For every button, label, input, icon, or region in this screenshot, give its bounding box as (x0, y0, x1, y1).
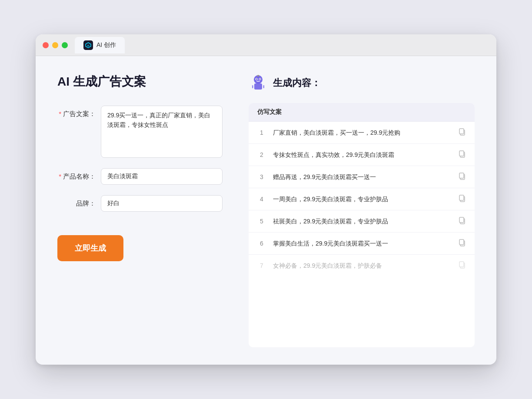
svg-rect-20 (459, 195, 464, 200)
table-row: 7女神必备，29.9元美白淡斑霜，护肤必备 (249, 255, 475, 276)
close-button[interactable] (43, 42, 49, 48)
table-body: 1厂家直销，美白淡斑霜，买一送一，29.9元抢购 2专抹女性斑点，真实功效，29… (249, 122, 475, 276)
svg-rect-12 (263, 85, 265, 88)
row-number: 2 (257, 151, 266, 158)
row-text: 一周美白，29.9元美白淡斑霜，专业护肤品 (273, 195, 451, 204)
brand-label: 品牌： (57, 195, 101, 208)
svg-rect-11 (252, 85, 253, 88)
required-star-1: * (59, 110, 61, 117)
product-name-label: *产品名称： (57, 168, 101, 181)
browser-titlebar: AI AI 创作 (36, 34, 496, 56)
browser-window: AI AI 创作 AI 生成广告文案 *广告文案： 29.9买一送一，真正的厂家… (36, 34, 496, 365)
brand-input[interactable]: 好白 (101, 195, 223, 212)
result-header: 生成内容： (249, 73, 475, 93)
table-row: 1厂家直销，美白淡斑霜，买一送一，29.9元抢购 (249, 122, 475, 144)
page-title: AI 生成广告文案 (57, 73, 223, 90)
browser-content: AI 生成广告文案 *广告文案： 29.9买一送一，真正的厂家直销，美白淡斑霜，… (36, 56, 496, 365)
table-header: 仿写文案 (249, 103, 475, 122)
row-number: 5 (257, 218, 266, 225)
copy-icon[interactable] (458, 261, 466, 270)
result-title: 生成内容： (273, 76, 321, 90)
row-number: 4 (257, 196, 266, 203)
result-table: 仿写文案 1厂家直销，美白淡斑霜，买一送一，29.9元抢购 2专抹女性斑点，真实… (249, 103, 475, 347)
copy-icon[interactable] (458, 239, 466, 248)
svg-point-6 (256, 79, 257, 80)
ad-copy-label: *广告文案： (57, 106, 101, 118)
brand-group: 品牌： 好白 (57, 195, 223, 212)
ad-copy-textarea[interactable]: 29.9买一送一，真正的厂家直销，美白淡斑霜，专抹女性斑点 (101, 106, 223, 158)
copy-icon[interactable] (458, 128, 466, 137)
left-panel: AI 生成广告文案 *广告文案： 29.9买一送一，真正的厂家直销，美白淡斑霜，… (57, 73, 223, 347)
ai-tab[interactable]: AI AI 创作 (75, 37, 125, 53)
row-text: 专抹女性斑点，真实功效，29.9元美白淡斑霜 (273, 150, 451, 160)
copy-icon[interactable] (458, 150, 466, 160)
tab-icon: AI (83, 40, 93, 50)
svg-rect-16 (459, 151, 464, 156)
traffic-lights (43, 42, 68, 48)
svg-rect-24 (459, 239, 464, 245)
table-row: 5祛斑美白，29.9元美白淡斑霜，专业护肤品 (249, 210, 475, 233)
svg-rect-22 (459, 217, 464, 223)
right-panel: 生成内容： 仿写文案 1厂家直销，美白淡斑霜，买一送一，29.9元抢购 2专抹女… (249, 73, 475, 347)
copy-icon[interactable] (458, 194, 466, 204)
svg-text:AI: AI (87, 44, 90, 47)
svg-rect-26 (459, 262, 464, 267)
product-name-group: *产品名称： 美白淡斑霜 (57, 168, 223, 185)
row-number: 7 (257, 262, 266, 269)
svg-rect-8 (256, 81, 260, 82)
table-row: 2专抹女性斑点，真实功效，29.9元美白淡斑霜 (249, 144, 475, 166)
tab-label: AI 创作 (96, 41, 116, 49)
minimize-button[interactable] (52, 42, 58, 48)
copy-icon[interactable] (458, 172, 466, 182)
svg-rect-18 (459, 173, 464, 178)
row-text: 掌握美白生活，29.9元美白淡斑霜买一送一 (273, 239, 451, 248)
svg-rect-3 (254, 83, 262, 90)
table-row: 6掌握美白生活，29.9元美白淡斑霜买一送一 (249, 233, 475, 255)
table-row: 4一周美白，29.9元美白淡斑霜，专业护肤品 (249, 188, 475, 210)
row-number: 6 (257, 240, 266, 247)
generate-button[interactable]: 立即生成 (57, 235, 123, 261)
table-row: 3赠品再送，29.9元美白淡斑霜买一送一 (249, 166, 475, 188)
row-number: 3 (257, 173, 266, 180)
svg-rect-14 (459, 129, 464, 134)
copy-icon[interactable] (458, 216, 466, 226)
maximize-button[interactable] (62, 42, 68, 48)
svg-point-7 (259, 79, 260, 80)
ad-copy-group: *广告文案： 29.9买一送一，真正的厂家直销，美白淡斑霜，专抹女性斑点 (57, 106, 223, 158)
row-number: 1 (257, 129, 266, 136)
row-text: 赠品再送，29.9元美白淡斑霜买一送一 (273, 173, 451, 182)
svg-point-10 (257, 75, 259, 77)
row-text: 厂家直销，美白淡斑霜，买一送一，29.9元抢购 (273, 128, 451, 137)
product-name-input[interactable]: 美白淡斑霜 (101, 168, 223, 185)
row-text: 女神必备，29.9元美白淡斑霜，护肤必备 (273, 261, 451, 270)
robot-icon (249, 73, 268, 93)
required-star-2: * (59, 173, 61, 180)
row-text: 祛斑美白，29.9元美白淡斑霜，专业护肤品 (273, 217, 451, 226)
